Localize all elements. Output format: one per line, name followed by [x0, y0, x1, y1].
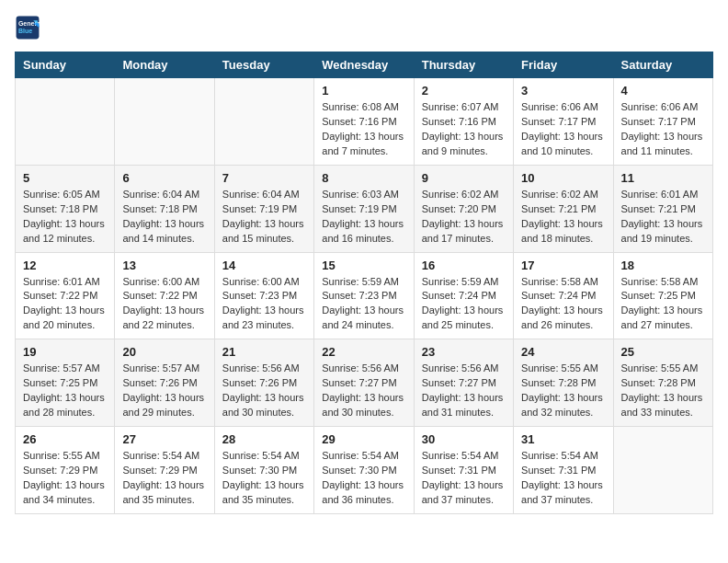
calendar-cell: 31Sunrise: 5:54 AMSunset: 7:31 PMDayligh… — [514, 427, 613, 514]
day-info: Sunrise: 6:00 AMSunset: 7:22 PMDaylight:… — [122, 275, 206, 334]
day-number: 9 — [422, 171, 506, 185]
day-info: Sunrise: 6:01 AMSunset: 7:21 PMDaylight:… — [621, 188, 705, 247]
day-number: 26 — [23, 432, 107, 446]
day-info: Sunrise: 5:54 AMSunset: 7:30 PMDaylight:… — [222, 449, 306, 508]
calendar-week-row: 1Sunrise: 6:08 AMSunset: 7:16 PMDaylight… — [16, 78, 713, 166]
day-info: Sunrise: 5:54 AMSunset: 7:31 PMDaylight:… — [422, 449, 506, 508]
calendar-cell: 26Sunrise: 5:55 AMSunset: 7:29 PMDayligh… — [16, 427, 115, 514]
calendar-cell: 7Sunrise: 6:04 AMSunset: 7:19 PMDaylight… — [214, 165, 313, 252]
calendar-cell: 22Sunrise: 5:56 AMSunset: 7:27 PMDayligh… — [314, 339, 414, 427]
day-number: 2 — [422, 84, 506, 98]
day-number: 4 — [621, 84, 705, 98]
day-number: 20 — [122, 345, 206, 359]
day-info: Sunrise: 6:05 AMSunset: 7:18 PMDaylight:… — [23, 188, 107, 247]
calendar-cell: 10Sunrise: 6:02 AMSunset: 7:21 PMDayligh… — [514, 165, 613, 252]
calendar-cell — [115, 78, 214, 166]
day-info: Sunrise: 5:54 AMSunset: 7:29 PMDaylight:… — [122, 449, 206, 508]
day-number: 8 — [322, 171, 405, 185]
weekday-header: Wednesday — [314, 52, 414, 78]
day-info: Sunrise: 5:56 AMSunset: 7:27 PMDaylight:… — [322, 362, 405, 420]
day-number: 29 — [322, 432, 405, 446]
calendar-cell: 30Sunrise: 5:54 AMSunset: 7:31 PMDayligh… — [414, 427, 513, 514]
calendar-cell: 13Sunrise: 6:00 AMSunset: 7:22 PMDayligh… — [115, 252, 214, 339]
day-info: Sunrise: 5:57 AMSunset: 7:25 PMDaylight:… — [23, 362, 107, 420]
day-number: 1 — [322, 84, 405, 98]
day-number: 17 — [521, 259, 605, 272]
day-info: Sunrise: 6:07 AMSunset: 7:16 PMDaylight:… — [422, 100, 506, 159]
day-info: Sunrise: 5:57 AMSunset: 7:26 PMDaylight:… — [122, 362, 206, 420]
day-info: Sunrise: 6:03 AMSunset: 7:19 PMDaylight:… — [322, 188, 405, 247]
calendar-week-row: 5Sunrise: 6:05 AMSunset: 7:18 PMDaylight… — [16, 165, 713, 252]
day-info: Sunrise: 5:54 AMSunset: 7:31 PMDaylight:… — [521, 449, 605, 508]
day-number: 14 — [222, 259, 306, 272]
weekday-header: Friday — [514, 52, 613, 78]
day-info: Sunrise: 6:01 AMSunset: 7:22 PMDaylight:… — [23, 275, 107, 334]
day-number: 3 — [521, 84, 605, 98]
day-number: 31 — [521, 432, 605, 446]
calendar-cell: 25Sunrise: 5:55 AMSunset: 7:28 PMDayligh… — [613, 339, 712, 427]
weekday-header: Monday — [115, 52, 214, 78]
day-info: Sunrise: 5:56 AMSunset: 7:27 PMDaylight:… — [422, 362, 506, 420]
day-number: 22 — [322, 345, 405, 359]
calendar-week-row: 26Sunrise: 5:55 AMSunset: 7:29 PMDayligh… — [16, 427, 713, 514]
weekday-header: Saturday — [613, 52, 712, 78]
day-number: 12 — [23, 259, 107, 272]
calendar-cell: 21Sunrise: 5:56 AMSunset: 7:26 PMDayligh… — [214, 339, 313, 427]
calendar-cell: 3Sunrise: 6:06 AMSunset: 7:17 PMDaylight… — [514, 78, 613, 166]
calendar-week-row: 19Sunrise: 5:57 AMSunset: 7:25 PMDayligh… — [16, 339, 713, 427]
calendar-cell: 18Sunrise: 5:58 AMSunset: 7:25 PMDayligh… — [613, 252, 712, 339]
calendar-cell: 14Sunrise: 6:00 AMSunset: 7:23 PMDayligh… — [214, 252, 313, 339]
calendar-cell: 12Sunrise: 6:01 AMSunset: 7:22 PMDayligh… — [16, 252, 115, 339]
weekday-header: Sunday — [16, 52, 115, 78]
day-number: 23 — [422, 345, 506, 359]
day-info: Sunrise: 5:55 AMSunset: 7:28 PMDaylight:… — [621, 362, 705, 420]
day-number: 10 — [521, 171, 605, 185]
calendar-cell: 24Sunrise: 5:55 AMSunset: 7:28 PMDayligh… — [514, 339, 613, 427]
logo-icon: General Blue — [15, 15, 40, 40]
day-info: Sunrise: 5:59 AMSunset: 7:24 PMDaylight:… — [422, 275, 506, 334]
calendar-cell: 28Sunrise: 5:54 AMSunset: 7:30 PMDayligh… — [214, 427, 313, 514]
calendar-table: SundayMondayTuesdayWednesdayThursdayFrid… — [15, 52, 713, 514]
calendar-cell: 6Sunrise: 6:04 AMSunset: 7:18 PMDaylight… — [115, 165, 214, 252]
day-info: Sunrise: 5:58 AMSunset: 7:25 PMDaylight:… — [621, 275, 705, 334]
day-number: 7 — [222, 171, 306, 185]
day-info: Sunrise: 5:59 AMSunset: 7:23 PMDaylight:… — [322, 275, 405, 334]
calendar-cell: 20Sunrise: 5:57 AMSunset: 7:26 PMDayligh… — [115, 339, 214, 427]
calendar-cell: 27Sunrise: 5:54 AMSunset: 7:29 PMDayligh… — [115, 427, 214, 514]
calendar-cell: 1Sunrise: 6:08 AMSunset: 7:16 PMDaylight… — [314, 78, 414, 166]
day-number: 28 — [222, 432, 306, 446]
day-number: 16 — [422, 259, 506, 272]
calendar-cell: 9Sunrise: 6:02 AMSunset: 7:20 PMDaylight… — [414, 165, 513, 252]
day-info: Sunrise: 6:04 AMSunset: 7:18 PMDaylight:… — [122, 188, 206, 247]
day-info: Sunrise: 5:55 AMSunset: 7:28 PMDaylight:… — [521, 362, 605, 420]
day-info: Sunrise: 6:00 AMSunset: 7:23 PMDaylight:… — [222, 275, 306, 334]
day-number: 5 — [23, 171, 107, 185]
calendar-cell — [214, 78, 313, 166]
calendar-cell: 29Sunrise: 5:54 AMSunset: 7:30 PMDayligh… — [314, 427, 414, 514]
day-number: 18 — [621, 259, 705, 272]
calendar-cell: 17Sunrise: 5:58 AMSunset: 7:24 PMDayligh… — [514, 252, 613, 339]
day-info: Sunrise: 6:04 AMSunset: 7:19 PMDaylight:… — [222, 188, 306, 247]
day-info: Sunrise: 5:56 AMSunset: 7:26 PMDaylight:… — [222, 362, 306, 420]
calendar-cell: 16Sunrise: 5:59 AMSunset: 7:24 PMDayligh… — [414, 252, 513, 339]
day-number: 30 — [422, 432, 506, 446]
weekday-header: Thursday — [414, 52, 513, 78]
calendar-cell — [613, 427, 712, 514]
calendar-cell: 15Sunrise: 5:59 AMSunset: 7:23 PMDayligh… — [314, 252, 414, 339]
svg-text:Blue: Blue — [18, 28, 32, 34]
day-number: 13 — [122, 259, 206, 272]
weekday-header-row: SundayMondayTuesdayWednesdayThursdayFrid… — [16, 52, 713, 78]
day-number: 11 — [621, 171, 705, 185]
calendar-cell: 19Sunrise: 5:57 AMSunset: 7:25 PMDayligh… — [16, 339, 115, 427]
day-number: 19 — [23, 345, 107, 359]
logo: General Blue — [15, 15, 44, 40]
day-info: Sunrise: 6:06 AMSunset: 7:17 PMDaylight:… — [621, 100, 705, 159]
day-number: 21 — [222, 345, 306, 359]
day-number: 27 — [122, 432, 206, 446]
calendar-cell: 23Sunrise: 5:56 AMSunset: 7:27 PMDayligh… — [414, 339, 513, 427]
day-info: Sunrise: 6:06 AMSunset: 7:17 PMDaylight:… — [521, 100, 605, 159]
day-info: Sunrise: 6:02 AMSunset: 7:21 PMDaylight:… — [521, 188, 605, 247]
day-number: 15 — [322, 259, 405, 272]
day-info: Sunrise: 5:58 AMSunset: 7:24 PMDaylight:… — [521, 275, 605, 334]
calendar-cell: 2Sunrise: 6:07 AMSunset: 7:16 PMDaylight… — [414, 78, 513, 166]
